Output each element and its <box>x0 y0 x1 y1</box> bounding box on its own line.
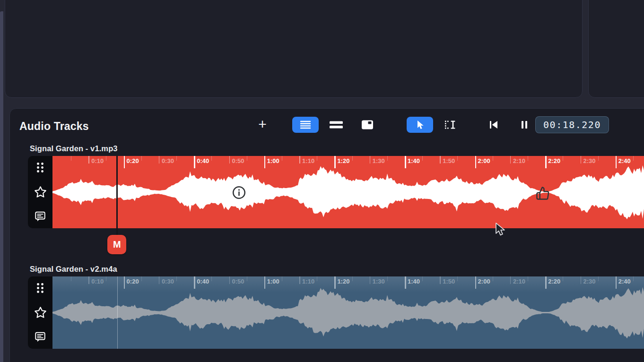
track-2-label: Signal Garden - v2.m4a <box>30 265 117 274</box>
track-1-ruler: 0:100:200:300:400:501:001:101:201:301:40… <box>52 156 644 171</box>
timeline-tick-label: 2:40 <box>618 278 631 285</box>
playhead-line[interactable] <box>116 156 118 235</box>
track-2-waveform[interactable]: 0:100:200:300:400:501:001:101:201:301:40… <box>52 276 644 349</box>
drag-handle-icon <box>35 282 46 294</box>
thumbs-down-icon[interactable] <box>536 186 550 200</box>
star-button[interactable] <box>34 186 47 198</box>
pointer-icon <box>415 120 425 130</box>
timeline-tick-label: 1:30 <box>373 278 385 285</box>
timeline-tick-label: 1:40 <box>408 278 420 285</box>
timeline-tick-label: 0:10 <box>91 278 104 285</box>
card-view-button[interactable] <box>354 117 381 133</box>
timeline-tick-label: 2:00 <box>478 157 490 164</box>
upper-panel-right <box>588 0 644 98</box>
timecode-display[interactable]: 00:18.220 <box>535 116 609 133</box>
timeline-tick-label: 1:50 <box>443 157 455 164</box>
timeline-tick-label: 0:40 <box>197 278 209 285</box>
skip-to-start-button[interactable] <box>480 117 507 133</box>
upper-panel-left <box>5 0 583 98</box>
track-1-label: Signal Garden - v1.mp3 <box>30 144 118 153</box>
star-icon <box>34 306 47 319</box>
timeline-tick-label: 0:30 <box>162 278 174 285</box>
add-track-button[interactable]: + <box>249 117 276 133</box>
timeline-tick-label: 2:40 <box>618 157 631 164</box>
rows-icon <box>329 120 343 130</box>
star-button[interactable] <box>34 306 47 319</box>
timeline-tick-label: 1:20 <box>337 157 349 164</box>
timeline-tick-label: 1:10 <box>302 157 314 164</box>
timeline-tick-label: 2:20 <box>548 157 560 164</box>
list-icon <box>299 120 312 130</box>
timeline-tick-label: 0:30 <box>162 157 174 164</box>
timeline-tick-label: 1:20 <box>337 278 349 285</box>
pause-button[interactable] <box>511 117 538 133</box>
timeline-tick-label: 2:20 <box>548 278 560 285</box>
timeline-tick-label: 2:10 <box>513 157 525 164</box>
plus-icon: + <box>258 117 267 131</box>
track-1-waveform[interactable]: 0:100:200:300:400:501:001:101:201:301:40… <box>52 156 644 228</box>
timeline-tick-label: 0:50 <box>232 157 244 164</box>
timeline-tick-label: 0:10 <box>91 157 104 164</box>
timeline-tick-label: 1:30 <box>373 157 385 164</box>
range-select-tool-button[interactable] <box>437 117 463 133</box>
comment-button[interactable] <box>34 210 46 223</box>
timeline-tick-label: 0:50 <box>232 278 244 285</box>
toolbar: + <box>10 117 644 135</box>
timeline-tick-label: 0:20 <box>127 278 139 285</box>
timeline-tick-label: 1:40 <box>408 157 420 164</box>
track-2-rail <box>28 276 52 349</box>
card-icon <box>361 120 374 130</box>
info-icon[interactable] <box>232 185 246 200</box>
pause-icon <box>519 120 530 130</box>
drag-handle-button[interactable] <box>35 282 46 294</box>
timeline-tick-label: 2:30 <box>583 157 596 164</box>
track-2-ruler: 0:100:200:300:400:501:001:101:201:301:40… <box>52 276 644 292</box>
timeline-tick-label: 0:40 <box>197 157 209 164</box>
star-icon <box>34 186 47 198</box>
timeline-tick-label: 2:10 <box>513 278 525 285</box>
list-view-button[interactable] <box>292 117 319 133</box>
comment-button[interactable] <box>34 331 46 343</box>
timeline-tick-label: 1:50 <box>443 278 455 285</box>
comment-icon <box>34 210 46 223</box>
playhead-line-track-2 <box>117 276 118 349</box>
timeline-tick-label: 1:10 <box>302 278 314 285</box>
timeline-tick-label: 0:20 <box>127 157 139 164</box>
timeline-tick-label: 1:00 <box>267 278 279 285</box>
window-edge-strip <box>0 11 3 362</box>
marker-m-badge[interactable]: M <box>107 235 126 254</box>
drag-handle-icon <box>35 162 46 173</box>
track-1-rail <box>28 156 52 228</box>
app-window: Audio Tracks + <box>0 0 644 362</box>
audio-tracks-panel: Audio Tracks + <box>9 108 644 362</box>
timeline-tick-label: 1:00 <box>267 157 279 164</box>
skip-to-start-icon <box>488 120 499 130</box>
drag-handle-button[interactable] <box>35 162 46 173</box>
range-select-icon <box>444 120 456 130</box>
pointer-tool-button[interactable] <box>407 117 433 133</box>
comment-icon <box>34 331 46 343</box>
timeline-tick-label: 2:00 <box>478 278 490 285</box>
timeline-tick-label: 2:30 <box>583 278 596 285</box>
rows-view-button[interactable] <box>323 117 349 133</box>
